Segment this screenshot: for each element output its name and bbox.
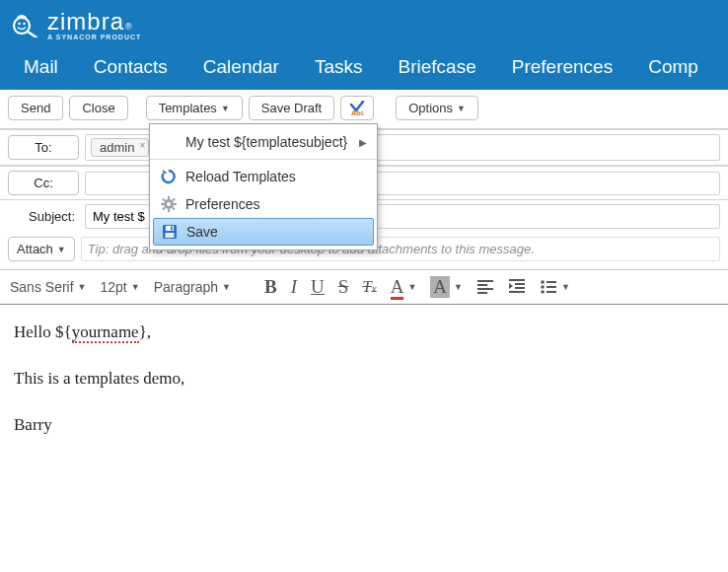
caret-down-icon: ▼ bbox=[561, 282, 570, 292]
svg-rect-16 bbox=[166, 226, 174, 231]
tab-calendar[interactable]: Calendar bbox=[203, 56, 279, 78]
recipient-chip[interactable]: admin× bbox=[91, 138, 149, 157]
spelling-error[interactable]: yourname bbox=[72, 322, 139, 343]
caret-down-icon: ▼ bbox=[221, 104, 230, 113]
underline-button[interactable]: U bbox=[311, 276, 325, 298]
font-size-select[interactable]: 12pt▼ bbox=[101, 279, 140, 295]
message-body[interactable]: Hello ${yourname}, This is a templates d… bbox=[0, 305, 728, 454]
svg-point-2 bbox=[23, 22, 26, 25]
caret-down-icon: ▼ bbox=[57, 245, 66, 254]
tab-tasks[interactable]: Tasks bbox=[315, 56, 363, 78]
caret-down-icon: ▼ bbox=[407, 282, 416, 292]
svg-point-27 bbox=[541, 280, 545, 284]
highlight-icon: A bbox=[430, 276, 450, 298]
paragraph-select[interactable]: Paragraph▼ bbox=[154, 279, 231, 295]
indent-icon bbox=[508, 278, 526, 294]
svg-rect-7 bbox=[168, 196, 170, 199]
templates-menu: My test ${templatesubject} ▶ Reload Temp… bbox=[149, 123, 378, 250]
caret-down-icon: ▼ bbox=[131, 282, 140, 292]
tab-compose[interactable]: Comp bbox=[648, 56, 698, 78]
svg-rect-18 bbox=[171, 227, 173, 231]
menu-item-save[interactable]: Save bbox=[153, 218, 374, 246]
menu-item-preferences[interactable]: Preferences bbox=[150, 190, 377, 218]
caret-down-icon: ▼ bbox=[454, 282, 463, 292]
chip-remove-icon[interactable]: × bbox=[140, 140, 146, 151]
spellcheck-icon: Abc bbox=[349, 101, 365, 116]
save-icon bbox=[161, 223, 179, 241]
logo: zimbra® A SYNACOR PRODUCT bbox=[10, 8, 718, 46]
svg-text:Abc: Abc bbox=[351, 109, 364, 116]
caret-down-icon: ▼ bbox=[222, 282, 231, 292]
svg-line-3 bbox=[28, 32, 36, 37]
font-family-select[interactable]: Sans Serif▼ bbox=[10, 279, 87, 295]
spellcheck-button[interactable]: Abc bbox=[340, 96, 374, 120]
align-button[interactable] bbox=[476, 278, 494, 297]
indent-button[interactable] bbox=[508, 278, 526, 297]
caret-down-icon: ▼ bbox=[457, 104, 466, 113]
text-color-button[interactable]: A ▼ bbox=[391, 276, 417, 298]
svg-rect-10 bbox=[174, 203, 177, 205]
close-button[interactable]: Close bbox=[69, 96, 127, 120]
svg-point-29 bbox=[541, 285, 545, 289]
bullet-list-icon bbox=[540, 279, 557, 295]
body-line-2: This is a templates demo, bbox=[14, 365, 714, 393]
menu-separator bbox=[150, 159, 377, 160]
list-button[interactable]: ▼ bbox=[540, 279, 570, 295]
cc-button[interactable]: Cc: bbox=[8, 171, 79, 195]
send-button[interactable]: Send bbox=[8, 96, 63, 120]
tab-contacts[interactable]: Contacts bbox=[94, 56, 168, 78]
svg-point-31 bbox=[541, 290, 545, 294]
svg-point-6 bbox=[167, 202, 171, 206]
bold-button[interactable]: B bbox=[264, 276, 277, 298]
strikethrough-button[interactable]: S bbox=[338, 276, 349, 298]
tab-mail[interactable]: Mail bbox=[24, 56, 58, 78]
attach-button[interactable]: Attach▼ bbox=[8, 237, 75, 261]
submenu-arrow-icon: ▶ bbox=[359, 137, 367, 148]
body-signature: Barry bbox=[14, 411, 714, 440]
menu-item-reload-templates[interactable]: Reload Templates bbox=[150, 163, 377, 190]
svg-rect-17 bbox=[166, 233, 175, 238]
svg-rect-8 bbox=[168, 209, 170, 212]
svg-point-1 bbox=[18, 22, 21, 25]
align-left-icon bbox=[476, 278, 494, 294]
text-color-icon: A bbox=[391, 276, 404, 298]
tab-briefcase[interactable]: Briefcase bbox=[399, 56, 476, 78]
reload-icon bbox=[160, 168, 178, 185]
compose-toolbar: Send Close Templates▼ Save Draft Abc Opt… bbox=[0, 90, 728, 129]
format-toolbar: Sans Serif▼ 12pt▼ Paragraph▼ B I U S Tx … bbox=[0, 270, 728, 305]
tab-preferences[interactable]: Preferences bbox=[512, 56, 613, 78]
main-nav: Mail Contacts Calendar Tasks Briefcase P… bbox=[10, 46, 718, 90]
options-button[interactable]: Options▼ bbox=[396, 96, 478, 120]
templates-button[interactable]: Templates▼ bbox=[146, 96, 243, 120]
zimbra-logo-icon bbox=[10, 12, 41, 37]
clear-format-button[interactable]: Tx bbox=[362, 277, 376, 297]
app-header: zimbra® A SYNACOR PRODUCT Mail Contacts … bbox=[0, 0, 728, 90]
logo-text: zimbra® A SYNACOR PRODUCT bbox=[47, 8, 141, 40]
highlight-color-button[interactable]: A ▼ bbox=[430, 276, 463, 298]
italic-button[interactable]: I bbox=[291, 276, 297, 298]
subject-label: Subject: bbox=[8, 209, 79, 224]
svg-rect-9 bbox=[161, 203, 164, 205]
body-line-1: Hello ${yourname}, bbox=[14, 319, 714, 347]
menu-item-my-test[interactable]: My test ${templatesubject} ▶ bbox=[150, 128, 377, 156]
save-draft-button[interactable]: Save Draft bbox=[249, 96, 334, 120]
to-button[interactable]: To: bbox=[8, 135, 79, 160]
gear-icon bbox=[160, 195, 178, 213]
caret-down-icon: ▼ bbox=[78, 282, 87, 292]
